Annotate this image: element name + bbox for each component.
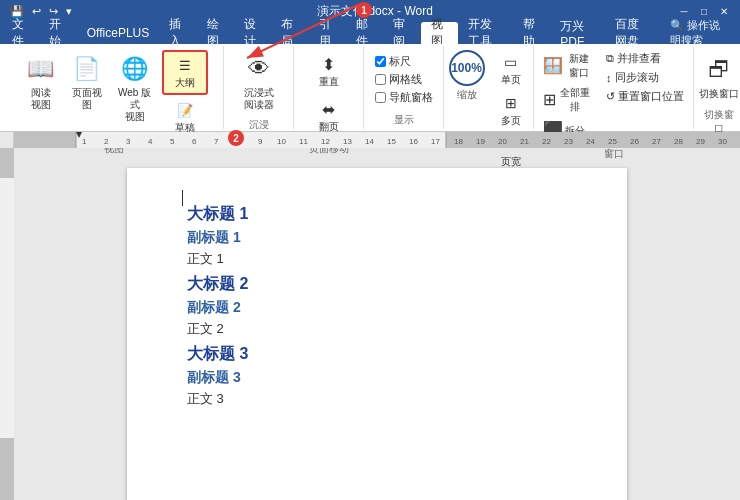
new-window-icon: 🪟 — [543, 56, 563, 75]
tab-file[interactable]: 文件 — [2, 22, 39, 44]
svg-text:13: 13 — [343, 137, 352, 146]
svg-text:18: 18 — [454, 137, 463, 146]
ruler-checkbox-label: 标尺 — [389, 54, 411, 69]
ruler-checkbox[interactable] — [375, 56, 386, 67]
zoom-display: 100% 缩放 — [449, 50, 485, 102]
zoom-circle-button[interactable]: 100% — [449, 50, 485, 86]
tab-draw[interactable]: 绘图 — [197, 22, 234, 44]
document-page[interactable]: 大标题 1 副标题 1 正文 1 大标题 2 副标题 2 正文 2 大标题 3 … — [127, 168, 627, 500]
read-view-button[interactable]: 📖 阅读视图 — [20, 50, 62, 114]
sync-scroll-icon: ↕ — [606, 72, 612, 84]
tab-developer[interactable]: 开发工具 — [458, 22, 513, 44]
tab-mail[interactable]: 邮件 — [346, 22, 383, 44]
side-by-side-icon: ⧉ — [606, 52, 614, 65]
nav-pane-checkbox[interactable] — [375, 92, 386, 103]
svg-text:27: 27 — [652, 137, 661, 146]
switch-window-content: 🗗 切换窗口 — [694, 48, 740, 106]
grid-checkbox[interactable] — [375, 74, 386, 85]
arrange-all-button[interactable]: ⊞ 全部重排 — [540, 84, 595, 116]
undo-button[interactable]: ↩ — [30, 5, 43, 18]
page-view-button[interactable]: 📄 页面视图 — [66, 50, 108, 114]
ribbon-group-display: 标尺 网格线 导航窗格 显示 — [364, 46, 444, 129]
checkbox-group: 标尺 网格线 导航窗格 — [375, 50, 433, 109]
svg-text:20: 20 — [498, 137, 507, 146]
svg-text:19: 19 — [476, 137, 485, 146]
vertical-ruler — [0, 148, 14, 500]
badge1-text: 1 — [361, 5, 367, 16]
svg-text:25: 25 — [608, 137, 617, 146]
tab-pdf[interactable]: 万兴PDF — [550, 22, 605, 44]
multi-page-button[interactable]: ⊞ 多页 — [493, 91, 529, 130]
close-button[interactable]: ✕ — [716, 3, 732, 19]
tab-baidu[interactable]: 百度网盘 — [605, 22, 660, 44]
side-by-side-button[interactable]: ⧉ 并排查看 — [603, 50, 664, 67]
tab-layout[interactable]: 布局 — [271, 22, 308, 44]
svg-text:28: 28 — [674, 137, 683, 146]
doc-heading1-2: 大标题 2 — [187, 274, 587, 295]
single-page-button[interactable]: ▭ 单页 — [493, 50, 529, 89]
outline-button[interactable]: ☰ 大纲 — [162, 50, 208, 95]
doc-heading2-2: 副标题 2 — [187, 299, 587, 317]
single-page-label: 单页 — [501, 73, 521, 87]
svg-text:3: 3 — [126, 137, 131, 146]
sync-scroll-button[interactable]: ↕ 同步滚动 — [603, 69, 662, 86]
ribbon-group-page-move: ⬍ 重直 ⬌ 翻页 页面移动 — [294, 46, 364, 129]
ruler-checkbox-item[interactable]: 标尺 — [375, 54, 433, 69]
svg-text:26: 26 — [630, 137, 639, 146]
svg-text:23: 23 — [564, 137, 573, 146]
switch-window-icon: 🗗 — [703, 54, 735, 86]
window-col1: 🪟 新建窗口 ⊞ 全部重排 ⬛ 拆分 — [540, 50, 595, 143]
web-view-icon: 🌐 — [119, 53, 151, 85]
reset-position-button[interactable]: ↺ 重置窗口位置 — [603, 88, 687, 105]
new-window-button[interactable]: 🪟 新建窗口 — [540, 50, 595, 82]
annotation-badge-1: 1 — [356, 2, 372, 18]
page-move-buttons: ⬍ 重直 ⬌ 翻页 — [310, 48, 348, 140]
nav-pane-checkbox-label: 导航窗格 — [389, 90, 433, 105]
tab-references[interactable]: 引用 — [309, 22, 346, 44]
doc-heading1-3: 大标题 3 — [187, 344, 587, 365]
svg-text:12: 12 — [321, 137, 330, 146]
web-view-button[interactable]: 🌐 Web 版式视图 — [112, 50, 158, 126]
tab-start[interactable]: 开始 — [39, 22, 76, 44]
immersive-reader-button[interactable]: 👁 沉浸式阅读器 — [237, 50, 281, 114]
nav-pane-checkbox-item[interactable]: 导航窗格 — [375, 90, 433, 105]
tab-officeplus[interactable]: OfficePLUS — [77, 22, 159, 44]
web-view-label: Web 版式视图 — [114, 87, 156, 123]
doc-heading2-1: 副标题 1 — [187, 229, 587, 247]
svg-text:30: 30 — [718, 137, 727, 146]
tab-design[interactable]: 设计 — [234, 22, 271, 44]
outline-label: 大纲 — [175, 76, 195, 90]
immersive-reader-icon: 👁 — [243, 53, 275, 85]
tab-help[interactable]: 帮助 — [513, 22, 550, 44]
ribbon-group-switch-window: 🗗 切换窗口 切换窗口 — [694, 46, 740, 129]
tab-search[interactable]: 🔍 操作说明搜索 — [660, 22, 740, 44]
main-area: 大标题 1 副标题 1 正文 1 大标题 2 副标题 2 正文 2 大标题 3 … — [0, 148, 740, 500]
tab-view[interactable]: 视图 — [421, 22, 458, 44]
outline-draft-col: ☰ 大纲 📝 草稿 — [162, 50, 208, 138]
annotation-badge-2: 2 — [228, 130, 244, 146]
svg-text:9: 9 — [258, 137, 263, 146]
ribbon-group-views: 📖 阅读视图 📄 页面视图 🌐 Web 版式视图 ☰ 大纲 — [4, 46, 224, 129]
tab-review[interactable]: 审阅 — [383, 22, 420, 44]
window-content: 🪟 新建窗口 ⊞ 全部重排 ⬛ 拆分 ⧉ 并排查看 ↕ — [540, 48, 687, 145]
svg-text:16: 16 — [409, 137, 418, 146]
svg-text:15: 15 — [387, 137, 396, 146]
vertical-scroll-icon: ⬍ — [319, 54, 339, 74]
display-checkboxes: 标尺 网格线 导航窗格 — [375, 48, 433, 111]
vertical-scroll-button[interactable]: ⬍ 重直 — [310, 50, 348, 93]
doc-heading1-1: 大标题 1 — [187, 204, 587, 225]
display-group-label: 显示 — [370, 111, 437, 127]
reset-position-label: 重置窗口位置 — [618, 89, 684, 104]
switch-window-button[interactable]: 🗗 切换窗口 — [694, 50, 740, 104]
tab-insert[interactable]: 插入 — [159, 22, 196, 44]
page-view-icon: 📄 — [71, 53, 103, 85]
maximize-button[interactable]: □ — [696, 3, 712, 19]
side-by-side-label: 并排查看 — [617, 51, 661, 66]
doc-body-2: 正文 2 — [187, 320, 587, 338]
minimize-button[interactable]: ─ — [676, 3, 692, 19]
immersive-buttons: 👁 沉浸式阅读器 — [237, 48, 281, 116]
document-canvas: 大标题 1 副标题 1 正文 1 大标题 2 副标题 2 正文 2 大标题 3 … — [14, 148, 740, 500]
ribbon-group-immersive: 👁 沉浸式阅读器 沉浸 — [224, 46, 294, 129]
svg-text:17: 17 — [431, 137, 440, 146]
grid-checkbox-item[interactable]: 网格线 — [375, 72, 433, 87]
